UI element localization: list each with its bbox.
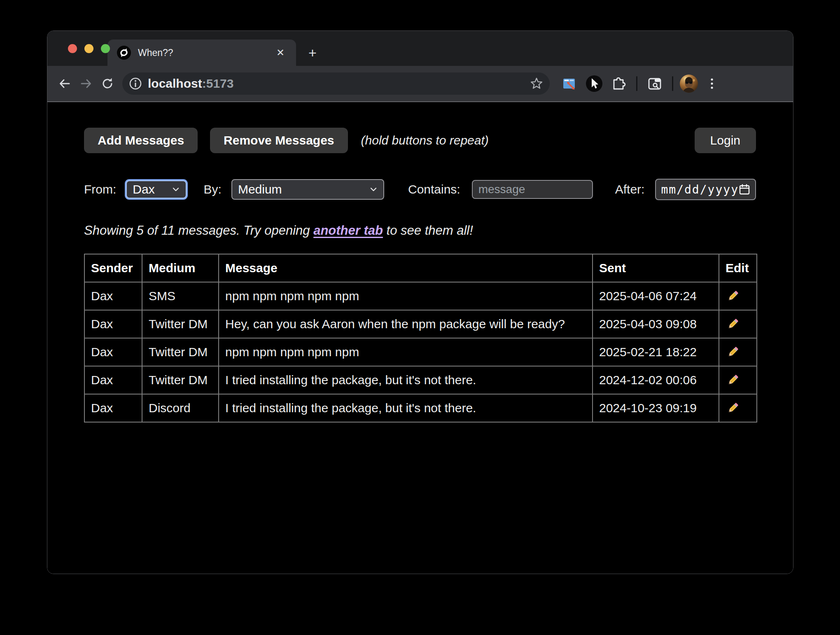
back-button[interactable] [54, 73, 75, 94]
address-bar[interactable]: localhost:5173 [122, 72, 550, 95]
from-label: From: [84, 182, 116, 196]
cell-medium: Twitter DM [142, 366, 219, 394]
minimize-window-button[interactable] [84, 44, 93, 53]
reload-button[interactable] [97, 73, 118, 94]
date-placeholder: mm/dd/yyyy [661, 183, 739, 196]
after-label: After: [615, 182, 645, 196]
cell-sent: 2025-02-21 18:22 [593, 338, 719, 366]
cell-medium: Discord [142, 394, 219, 422]
cursor-extension-button[interactable] [583, 73, 605, 94]
window-controls [68, 44, 110, 53]
status-line: Showing 5 of 11 messages. Try opening an… [84, 223, 756, 238]
from-select[interactable]: Dax [126, 180, 186, 198]
extensions-menu-button[interactable] [608, 73, 630, 94]
edit-pencil-icon[interactable] [726, 345, 740, 359]
calendar-icon[interactable] [739, 184, 750, 195]
url-host: localhost [148, 77, 202, 90]
cell-edit [719, 282, 757, 310]
tab-search-icon [647, 76, 663, 91]
new-tab-button[interactable]: + [308, 45, 317, 61]
table-row: Dax Twitter DM I tried installing the pa… [84, 366, 757, 394]
reload-icon [100, 77, 114, 91]
tab-strip: When?? ✕ + [47, 31, 793, 66]
toolbar-divider [672, 76, 673, 91]
cell-sent: 2025-04-03 09:08 [593, 310, 719, 338]
cell-message: npm npm npm npm npm [219, 282, 593, 310]
header-message: Message [219, 254, 593, 282]
table-row: Dax SMS npm npm npm npm npm 2025-04-06 0… [84, 282, 757, 310]
status-prefix: Showing 5 of 11 messages. Try opening [84, 223, 313, 238]
kebab-menu-icon [705, 77, 719, 91]
cell-edit [719, 366, 757, 394]
browser-tab[interactable]: When?? ✕ [107, 40, 296, 66]
cell-sent: 2025-04-06 07:24 [593, 282, 719, 310]
tab-search-button[interactable] [644, 73, 665, 94]
sync-favicon-icon [117, 45, 131, 60]
cell-medium: Twitter DM [142, 338, 219, 366]
header-medium: Medium [142, 254, 219, 282]
cell-message: I tried installing the package, but it's… [219, 366, 593, 394]
cell-edit [719, 310, 757, 338]
chevron-down-icon [369, 185, 378, 194]
profile-avatar[interactable] [680, 75, 698, 93]
by-select[interactable]: Medium [231, 179, 384, 200]
bookmark-star-icon[interactable] [529, 76, 544, 91]
edit-pencil-icon[interactable] [726, 289, 740, 303]
contains-label: Contains: [408, 182, 460, 196]
table-row: Dax Twitter DM Hey, can you ask Aaron wh… [84, 310, 757, 338]
by-label: By: [204, 182, 222, 196]
edit-pencil-icon[interactable] [726, 373, 740, 387]
url-text: localhost:5173 [148, 77, 529, 91]
cell-sender: Dax [84, 310, 142, 338]
tab-title: When?? [138, 47, 274, 58]
window-resizer-icon [562, 76, 577, 91]
contains-input[interactable] [472, 180, 593, 199]
cell-sent: 2024-12-02 00:06 [593, 366, 719, 394]
edit-pencil-icon[interactable] [726, 401, 740, 415]
after-date-input[interactable]: mm/dd/yyyy [655, 179, 756, 200]
cell-message: npm npm npm npm npm [219, 338, 593, 366]
cell-medium: Twitter DM [142, 310, 219, 338]
cell-message: Hey, can you ask Aaron when the npm pack… [219, 310, 593, 338]
cell-sender: Dax [84, 282, 142, 310]
messages-table: Sender Medium Message Sent Edit Dax SMS … [84, 254, 757, 423]
window-resizer-extension-button[interactable] [559, 73, 580, 94]
url-port: :5173 [202, 77, 234, 90]
hold-buttons-hint: (hold buttons to repeat) [361, 133, 489, 147]
cell-edit [719, 338, 757, 366]
from-select-value: Dax [133, 182, 154, 196]
cell-medium: SMS [142, 282, 219, 310]
table-body: Dax SMS npm npm npm npm npm 2025-04-06 0… [84, 282, 757, 422]
browser-menu-button[interactable] [701, 73, 723, 94]
cell-edit [719, 394, 757, 422]
toolbar-divider [636, 76, 637, 91]
forward-button[interactable] [75, 73, 97, 94]
page-content: Add Messages Remove Messages (hold butto… [47, 102, 793, 574]
edit-pencil-icon[interactable] [726, 317, 740, 331]
back-arrow-icon [58, 77, 72, 91]
remove-messages-button[interactable]: Remove Messages [210, 128, 348, 153]
table-row: Dax Twitter DM npm npm npm npm npm 2025-… [84, 338, 757, 366]
tab-close-icon[interactable]: ✕ [274, 46, 287, 59]
header-sent: Sent [593, 254, 719, 282]
cell-message: I tried installing the package, but it's… [219, 394, 593, 422]
chevron-down-icon [172, 185, 180, 194]
zoom-window-button[interactable] [101, 44, 110, 53]
site-info-icon[interactable] [129, 77, 142, 90]
status-suffix: to see them all! [383, 223, 473, 238]
cell-sent: 2024-10-23 09:19 [593, 394, 719, 422]
header-edit: Edit [719, 254, 757, 282]
filters-row: From: Dax By: Medium Contains: After: mm… [84, 179, 756, 200]
login-button[interactable]: Login [695, 128, 756, 153]
add-messages-button[interactable]: Add Messages [84, 128, 198, 153]
actions-row: Add Messages Remove Messages (hold butto… [84, 128, 756, 153]
close-window-button[interactable] [68, 44, 77, 53]
forward-arrow-icon [79, 77, 93, 91]
avatar-face-icon [680, 75, 698, 93]
another-tab-link[interactable]: another tab [313, 223, 383, 238]
cell-sender: Dax [84, 338, 142, 366]
table-header-row: Sender Medium Message Sent Edit [84, 254, 757, 282]
browser-window: When?? ✕ + loc [47, 30, 793, 574]
cursor-pointer-icon [585, 75, 603, 93]
by-select-value: Medium [238, 182, 282, 196]
